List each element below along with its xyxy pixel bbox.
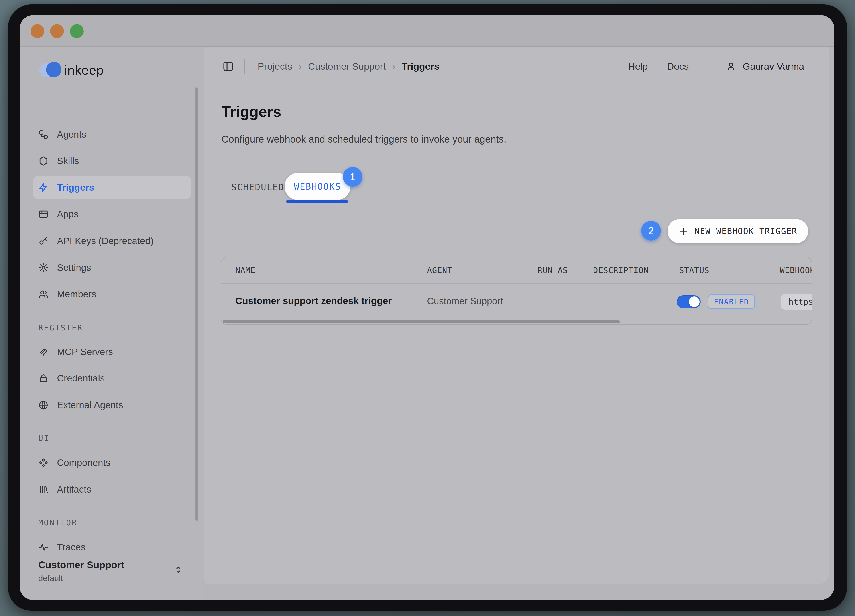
panel-header: Projects › Customer Support › Triggers H… bbox=[204, 47, 829, 86]
breadcrumb-projects[interactable]: Projects bbox=[257, 61, 292, 72]
sidebar-item-external-agents[interactable]: External Agents bbox=[25, 394, 199, 417]
column-header-run-as: RUN AS bbox=[538, 266, 568, 275]
sidebar-item-label: API Keys (Deprecated) bbox=[57, 236, 154, 246]
sidebar-item-label: Members bbox=[57, 289, 96, 300]
key-icon bbox=[38, 236, 49, 246]
close-window-button[interactable] bbox=[31, 24, 44, 38]
sidebar-item-api-keys[interactable]: API Keys (Deprecated) bbox=[25, 229, 199, 253]
sidebar-item-label: Traces bbox=[57, 542, 86, 553]
active-tab-indicator bbox=[286, 201, 348, 203]
trigger-name-cell: Customer support zendesk trigger bbox=[235, 295, 392, 306]
sidebar-item-label: Triggers bbox=[57, 182, 94, 193]
zoom-window-button[interactable] bbox=[70, 24, 84, 38]
toggle-knob bbox=[689, 296, 700, 307]
header-divider bbox=[708, 59, 708, 74]
sidebar-item-settings[interactable]: Settings bbox=[25, 256, 199, 279]
hexagon-icon bbox=[38, 156, 49, 166]
tab-webhooks[interactable]: WEBHOOKS bbox=[285, 173, 351, 200]
artifacts-icon bbox=[38, 484, 49, 495]
table-row[interactable]: Customer support zendesk trigger Custome… bbox=[221, 284, 812, 320]
webhook-url-value: https bbox=[788, 297, 812, 306]
sidebar-item-label: MCP Servers bbox=[57, 346, 113, 357]
breadcrumb-separator-icon: › bbox=[298, 60, 302, 72]
annotation-badge-2: 2 bbox=[641, 221, 661, 241]
project-switcher[interactable]: Customer Support default bbox=[20, 553, 204, 600]
user-icon bbox=[726, 61, 736, 72]
plus-icon bbox=[679, 226, 689, 236]
sidebar-item-label: Agents bbox=[57, 129, 86, 140]
sidebar: inkeep Agents Skills Triggers Apps API K… bbox=[20, 47, 204, 600]
sidebar-item-mcp-servers[interactable]: MCP Servers bbox=[25, 340, 199, 363]
sidebar-item-agents[interactable]: Agents bbox=[25, 123, 199, 146]
column-header-webhook-url: WEBHOOK URL bbox=[780, 266, 812, 275]
project-graph: default bbox=[38, 574, 63, 583]
inkeep-logo-text: inkeep bbox=[64, 63, 104, 78]
table-horizontal-scrollbar[interactable] bbox=[223, 320, 620, 323]
globe-icon bbox=[38, 400, 49, 410]
sidebar-item-label: External Agents bbox=[57, 400, 123, 411]
sidebar-item-label: Artifacts bbox=[57, 484, 91, 495]
titlebar bbox=[20, 15, 834, 47]
new-webhook-trigger-label: NEW WEBHOOK TRIGGER bbox=[694, 227, 797, 236]
docs-link[interactable]: Docs bbox=[667, 61, 689, 72]
sidebar-item-credentials[interactable]: Credentials bbox=[25, 367, 199, 390]
help-link[interactable]: Help bbox=[628, 61, 648, 72]
users-icon bbox=[38, 289, 49, 299]
webhook-url-chip: https bbox=[780, 294, 812, 310]
sidebar-item-artifacts[interactable]: Artifacts bbox=[25, 478, 199, 501]
lock-icon bbox=[38, 373, 49, 383]
inkeep-logo-icon bbox=[38, 62, 61, 78]
breadcrumb-customer-support[interactable]: Customer Support bbox=[308, 61, 386, 72]
tabs: SCHEDULED WEBHOOKS bbox=[222, 173, 826, 202]
user-name: Gaurav Varma bbox=[743, 61, 804, 72]
tab-scheduled[interactable]: SCHEDULED bbox=[231, 182, 284, 192]
header-divider bbox=[244, 59, 245, 74]
sidebar-item-members[interactable]: Members bbox=[25, 283, 199, 306]
column-header-status: STATUS bbox=[679, 266, 709, 275]
sidebar-toggle-icon[interactable] bbox=[222, 61, 234, 72]
sidebar-section-ui: UI bbox=[38, 434, 49, 443]
sidebar-item-label: Settings bbox=[57, 262, 91, 273]
column-header-agent: AGENT bbox=[427, 266, 452, 275]
status-badge: ENABLED bbox=[708, 294, 755, 309]
sidebar-scrollbar[interactable] bbox=[195, 87, 198, 521]
sidebar-item-label: Skills bbox=[57, 156, 79, 166]
trigger-agent-cell: Customer Support bbox=[427, 296, 503, 306]
activity-icon bbox=[38, 542, 49, 552]
breadcrumb-separator-icon: › bbox=[392, 60, 395, 72]
desktop-background: inkeep Agents Skills Triggers Apps API K… bbox=[0, 0, 855, 616]
sidebar-section-monitor: MONITOR bbox=[38, 518, 78, 527]
sidebar-item-skills[interactable]: Skills bbox=[25, 149, 199, 173]
annotation-badge-1: 1 bbox=[343, 167, 363, 187]
minimize-window-button[interactable] bbox=[50, 24, 64, 38]
sidebar-item-apps[interactable]: Apps bbox=[25, 203, 199, 226]
components-icon bbox=[38, 458, 49, 468]
sidebar-section-register: REGISTER bbox=[38, 323, 83, 332]
sidebar-item-components[interactable]: Components bbox=[25, 451, 199, 474]
page-title: Triggers bbox=[222, 103, 281, 120]
run-as-cell: — bbox=[538, 295, 547, 306]
sidebar-item-triggers[interactable]: Triggers bbox=[33, 176, 192, 199]
chevrons-up-down-icon bbox=[173, 564, 183, 575]
main-panel: Projects › Customer Support › Triggers H… bbox=[204, 47, 829, 584]
inkeep-logo[interactable]: inkeep bbox=[38, 61, 104, 78]
zap-icon bbox=[38, 182, 49, 193]
mcp-icon bbox=[38, 347, 49, 357]
status-toggle[interactable] bbox=[677, 295, 701, 308]
sidebar-item-label: Credentials bbox=[57, 373, 105, 384]
new-webhook-trigger-button[interactable]: NEW WEBHOOK TRIGGER bbox=[668, 219, 808, 243]
app-window-icon bbox=[38, 209, 49, 219]
user-menu[interactable]: Gaurav Varma bbox=[726, 61, 804, 72]
breadcrumb: Projects › Customer Support › Triggers bbox=[257, 60, 440, 72]
column-header-description: DESCRIPTION bbox=[593, 266, 648, 275]
description-cell: — bbox=[593, 295, 602, 306]
page-subtitle: Configure webhook and scheduled triggers… bbox=[222, 133, 506, 145]
app-window: inkeep Agents Skills Triggers Apps API K… bbox=[20, 15, 834, 600]
workflow-icon bbox=[38, 129, 49, 139]
triggers-table: NAME AGENT RUN AS DESCRIPTION STATUS WEB… bbox=[221, 257, 812, 325]
breadcrumb-triggers: Triggers bbox=[401, 61, 440, 72]
sidebar-item-label: Components bbox=[57, 457, 110, 468]
project-name: Customer Support bbox=[38, 559, 124, 570]
column-header-name: NAME bbox=[235, 266, 256, 275]
sidebar-item-label: Apps bbox=[57, 209, 78, 219]
